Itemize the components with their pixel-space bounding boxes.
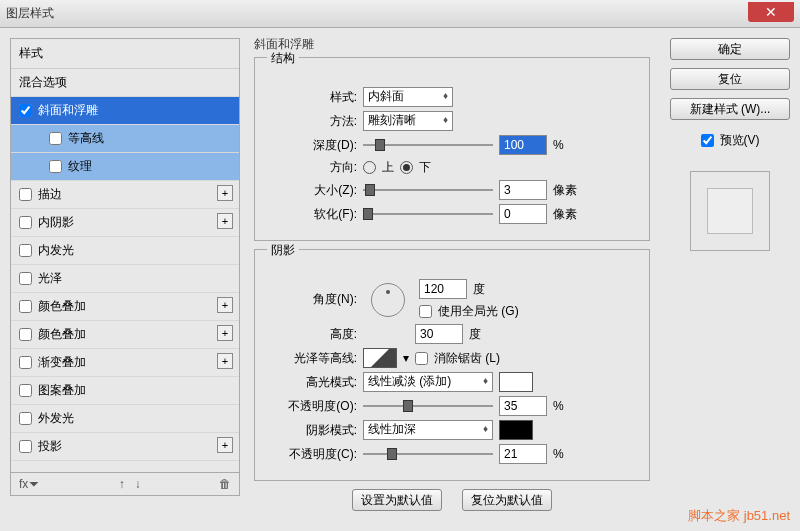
size-slider[interactable] xyxy=(363,182,493,198)
sidebar-item-texture[interactable]: 纹理 xyxy=(11,153,239,181)
global-light-checkbox[interactable] xyxy=(419,305,432,318)
inner-glow-checkbox[interactable] xyxy=(19,244,32,257)
sidebar-item-satin[interactable]: 光泽 xyxy=(11,265,239,293)
highlight-color-swatch[interactable] xyxy=(499,372,533,392)
window-title: 图层样式 xyxy=(6,5,748,22)
titlebar: 图层样式 ✕ xyxy=(0,0,800,28)
stroke-checkbox[interactable] xyxy=(19,188,32,201)
arrow-down-icon[interactable]: ↓ xyxy=(135,477,141,491)
styles-sidebar: 样式 混合选项 斜面和浮雕 等高线 纹理 描边 + 内阴影 + 内发光 xyxy=(10,38,240,496)
watermark: 脚本之家 jb51.net xyxy=(688,507,790,525)
add-icon[interactable]: + xyxy=(217,325,233,341)
sidebar-header: 样式 xyxy=(11,39,239,69)
add-icon[interactable]: + xyxy=(217,297,233,313)
sidebar-item-color-overlay-2[interactable]: 颜色叠加 + xyxy=(11,321,239,349)
main-area: 样式 混合选项 斜面和浮雕 等高线 纹理 描边 + 内阴影 + 内发光 xyxy=(0,28,800,506)
depth-input[interactable] xyxy=(499,135,547,155)
contour-checkbox[interactable] xyxy=(49,132,62,145)
sidebar-item-outer-glow[interactable]: 外发光 xyxy=(11,405,239,433)
inner-shadow-checkbox[interactable] xyxy=(19,216,32,229)
add-icon[interactable]: + xyxy=(217,353,233,369)
shadow-opacity-slider[interactable] xyxy=(363,446,493,462)
direction-down-radio[interactable] xyxy=(400,161,413,174)
trash-icon[interactable]: 🗑 xyxy=(219,477,231,491)
gradient-overlay-checkbox[interactable] xyxy=(19,356,32,369)
preview-checkbox[interactable] xyxy=(701,134,714,147)
color-overlay-checkbox-2[interactable] xyxy=(19,328,32,341)
drop-shadow-checkbox[interactable] xyxy=(19,440,32,453)
bevel-checkbox[interactable] xyxy=(19,104,32,117)
structure-group: 结构 样式: 内斜面 方法: 雕刻清晰 深度(D): % 方向: 上 下 xyxy=(254,57,650,241)
sidebar-blend-options[interactable]: 混合选项 xyxy=(11,69,239,97)
pattern-overlay-checkbox[interactable] xyxy=(19,384,32,397)
highlight-opacity-input[interactable] xyxy=(499,396,547,416)
sidebar-item-bevel[interactable]: 斜面和浮雕 xyxy=(11,97,239,125)
sidebar-item-inner-shadow[interactable]: 内阴影 + xyxy=(11,209,239,237)
content-panel: 斜面和浮雕 结构 样式: 内斜面 方法: 雕刻清晰 深度(D): % 方向: 上 xyxy=(244,28,660,506)
shadow-mode-select[interactable]: 线性加深 xyxy=(363,420,493,440)
satin-checkbox[interactable] xyxy=(19,272,32,285)
add-icon[interactable]: + xyxy=(217,185,233,201)
chevron-down-icon[interactable]: ▾ xyxy=(403,351,409,365)
direction-up-radio[interactable] xyxy=(363,161,376,174)
sidebar-footer: fx⏷ ↑ ↓ 🗑 xyxy=(11,472,239,495)
shadow-color-swatch[interactable] xyxy=(499,420,533,440)
antialias-checkbox[interactable] xyxy=(415,352,428,365)
fx-icon[interactable]: fx⏷ xyxy=(19,477,40,491)
new-style-button[interactable]: 新建样式 (W)... xyxy=(670,98,790,120)
close-button[interactable]: ✕ xyxy=(748,2,794,22)
ok-button[interactable]: 确定 xyxy=(670,38,790,60)
panel-title: 斜面和浮雕 xyxy=(254,36,650,53)
angle-dial[interactable] xyxy=(371,283,405,317)
add-icon[interactable]: + xyxy=(217,437,233,453)
arrow-up-icon[interactable]: ↑ xyxy=(119,477,125,491)
outer-glow-checkbox[interactable] xyxy=(19,412,32,425)
altitude-input[interactable] xyxy=(415,324,463,344)
angle-input[interactable] xyxy=(419,279,467,299)
method-select[interactable]: 雕刻清晰 xyxy=(363,111,453,131)
shadow-group: 阴影 角度(N): 度 使用全局光 (G) 高度: xyxy=(254,249,650,481)
sidebar-item-color-overlay-1[interactable]: 颜色叠加 + xyxy=(11,293,239,321)
soften-slider[interactable] xyxy=(363,206,493,222)
size-input[interactable] xyxy=(499,180,547,200)
gloss-contour-swatch[interactable] xyxy=(363,348,397,368)
sidebar-item-stroke[interactable]: 描边 + xyxy=(11,181,239,209)
style-select[interactable]: 内斜面 xyxy=(363,87,453,107)
reset-default-button[interactable]: 复位为默认值 xyxy=(462,489,552,511)
sidebar-item-contour[interactable]: 等高线 xyxy=(11,125,239,153)
highlight-mode-select[interactable]: 线性减淡 (添加) xyxy=(363,372,493,392)
sidebar-item-pattern-overlay[interactable]: 图案叠加 xyxy=(11,377,239,405)
depth-slider[interactable] xyxy=(363,137,493,153)
reset-button[interactable]: 复位 xyxy=(670,68,790,90)
sidebar-item-drop-shadow[interactable]: 投影 + xyxy=(11,433,239,461)
sidebar-item-inner-glow[interactable]: 内发光 xyxy=(11,237,239,265)
right-panel: 确定 复位 新建样式 (W)... 预览(V) xyxy=(660,28,800,506)
color-overlay-checkbox[interactable] xyxy=(19,300,32,313)
texture-checkbox[interactable] xyxy=(49,160,62,173)
preview-thumbnail xyxy=(690,171,770,251)
highlight-opacity-slider[interactable] xyxy=(363,398,493,414)
shadow-opacity-input[interactable] xyxy=(499,444,547,464)
set-default-button[interactable]: 设置为默认值 xyxy=(352,489,442,511)
add-icon[interactable]: + xyxy=(217,213,233,229)
soften-input[interactable] xyxy=(499,204,547,224)
sidebar-item-gradient-overlay[interactable]: 渐变叠加 + xyxy=(11,349,239,377)
